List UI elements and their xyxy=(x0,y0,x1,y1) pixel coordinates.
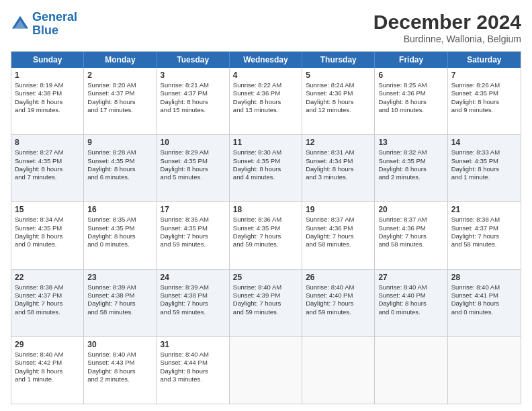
cell-line: Daylight: 8 hours xyxy=(378,98,443,106)
day-cell-16: 16Sunrise: 8:35 AMSunset: 4:35 PMDayligh… xyxy=(84,202,157,269)
cell-line: and 58 minutes. xyxy=(87,308,152,316)
day-number: 3 xyxy=(161,71,226,80)
cell-line: Sunset: 4:36 PM xyxy=(306,89,371,97)
day-number: 31 xyxy=(161,340,226,349)
cell-line: Daylight: 8 hours xyxy=(161,98,226,106)
cell-line: Sunrise: 8:22 AM xyxy=(233,81,298,89)
cell-line: and 59 minutes. xyxy=(233,240,298,248)
day-number: 16 xyxy=(87,205,152,214)
cell-line: and 3 minutes. xyxy=(306,173,371,181)
cell-line: and 0 minutes. xyxy=(87,240,152,248)
header-day-thursday: Thursday xyxy=(302,52,375,68)
cell-line: Daylight: 8 hours xyxy=(233,98,298,106)
day-cell-12: 12Sunrise: 8:31 AMSunset: 4:34 PMDayligh… xyxy=(302,135,375,201)
subtitle: Burdinne, Wallonia, Belgium xyxy=(373,34,521,44)
cell-line: and 7 minutes. xyxy=(15,173,80,181)
cell-line: Sunrise: 8:20 AM xyxy=(87,81,152,89)
day-cell-21: 21Sunrise: 8:38 AMSunset: 4:37 PMDayligh… xyxy=(448,202,521,269)
day-number: 5 xyxy=(306,71,371,80)
calendar-body: 1Sunrise: 8:19 AMSunset: 4:38 PMDaylight… xyxy=(11,68,521,404)
cell-line: Sunrise: 8:37 AM xyxy=(306,216,371,224)
calendar: SundayMondayTuesdayWednesdayThursdayFrid… xyxy=(11,51,521,404)
cell-line: Daylight: 7 hours xyxy=(233,232,298,240)
day-number: 18 xyxy=(233,205,298,214)
cell-line: Daylight: 7 hours xyxy=(161,300,226,308)
cell-line: Sunset: 4:40 PM xyxy=(378,291,443,300)
cell-line: Sunrise: 8:27 AM xyxy=(15,148,80,156)
day-cell-26: 26Sunrise: 8:40 AMSunset: 4:40 PMDayligh… xyxy=(302,270,375,336)
cell-line: and 3 minutes. xyxy=(161,375,226,383)
cell-line: Sunrise: 8:40 AM xyxy=(87,351,152,359)
cell-line: Sunrise: 8:40 AM xyxy=(451,283,517,291)
cell-line: and 59 minutes. xyxy=(233,308,298,316)
cell-line: Daylight: 8 hours xyxy=(233,165,298,173)
cell-line: Daylight: 7 hours xyxy=(306,232,371,240)
day-number: 27 xyxy=(378,273,443,282)
day-number: 25 xyxy=(233,273,298,282)
day-cell-23: 23Sunrise: 8:39 AMSunset: 4:38 PMDayligh… xyxy=(84,270,157,336)
header: General Blue December 2024 Burdinne, Wal… xyxy=(11,11,521,44)
header-day-monday: Monday xyxy=(84,52,157,68)
cell-line: Sunset: 4:44 PM xyxy=(161,359,226,367)
day-cell-22: 22Sunrise: 8:38 AMSunset: 4:37 PMDayligh… xyxy=(11,270,84,336)
cell-line: Sunrise: 8:24 AM xyxy=(306,81,371,89)
day-number: 24 xyxy=(161,273,226,282)
cell-line: Sunset: 4:35 PM xyxy=(233,157,298,165)
calendar-row-2: 15Sunrise: 8:34 AMSunset: 4:35 PMDayligh… xyxy=(11,201,521,269)
day-cell-31: 31Sunrise: 8:40 AMSunset: 4:44 PMDayligh… xyxy=(157,337,230,404)
day-number: 8 xyxy=(15,138,80,147)
header-day-tuesday: Tuesday xyxy=(157,52,230,68)
day-number: 23 xyxy=(87,273,152,282)
cell-line: Sunset: 4:36 PM xyxy=(378,224,443,232)
calendar-row-4: 29Sunrise: 8:40 AMSunset: 4:42 PMDayligh… xyxy=(11,336,521,404)
cell-line: and 4 minutes. xyxy=(233,173,298,181)
empty-cell-4-4 xyxy=(302,337,375,404)
cell-line: and 5 minutes. xyxy=(161,173,226,181)
day-cell-18: 18Sunrise: 8:36 AMSunset: 4:35 PMDayligh… xyxy=(230,202,302,269)
cell-line: and 0 minutes. xyxy=(451,308,517,316)
calendar-row-1: 8Sunrise: 8:27 AMSunset: 4:35 PMDaylight… xyxy=(11,134,521,201)
cell-line: Sunset: 4:35 PM xyxy=(87,224,152,232)
cell-line: Sunset: 4:40 PM xyxy=(306,291,371,300)
cell-line: Daylight: 8 hours xyxy=(87,165,152,173)
day-number: 12 xyxy=(306,138,371,147)
cell-line: and 0 minutes. xyxy=(15,240,80,248)
cell-line: Daylight: 7 hours xyxy=(15,300,80,308)
cell-line: Sunset: 4:43 PM xyxy=(87,359,152,367)
cell-line: and 2 minutes. xyxy=(378,173,443,181)
day-cell-24: 24Sunrise: 8:39 AMSunset: 4:38 PMDayligh… xyxy=(157,270,230,336)
cell-line: Sunset: 4:35 PM xyxy=(378,157,443,165)
cell-line: Sunset: 4:35 PM xyxy=(451,157,517,165)
cell-line: Daylight: 7 hours xyxy=(378,232,443,240)
cell-line: and 1 minute. xyxy=(451,173,517,181)
cell-line: Sunrise: 8:36 AM xyxy=(233,216,298,224)
cell-line: Sunrise: 8:32 AM xyxy=(378,148,443,156)
cell-line: and 58 minutes. xyxy=(451,240,517,248)
cell-line: Sunset: 4:36 PM xyxy=(306,224,371,232)
day-cell-5: 5Sunrise: 8:24 AMSunset: 4:36 PMDaylight… xyxy=(302,68,375,134)
day-number: 15 xyxy=(15,205,80,214)
cell-line: Daylight: 8 hours xyxy=(378,300,443,308)
cell-line: Daylight: 7 hours xyxy=(87,300,152,308)
cell-line: Daylight: 8 hours xyxy=(306,98,371,106)
day-cell-9: 9Sunrise: 8:28 AMSunset: 4:35 PMDaylight… xyxy=(84,135,157,201)
calendar-header: SundayMondayTuesdayWednesdayThursdayFrid… xyxy=(11,52,521,68)
day-cell-17: 17Sunrise: 8:35 AMSunset: 4:35 PMDayligh… xyxy=(157,202,230,269)
day-cell-10: 10Sunrise: 8:29 AMSunset: 4:35 PMDayligh… xyxy=(157,135,230,201)
cell-line: and 58 minutes. xyxy=(306,240,371,248)
day-cell-13: 13Sunrise: 8:32 AMSunset: 4:35 PMDayligh… xyxy=(375,135,447,201)
cell-line: Sunrise: 8:40 AM xyxy=(161,351,226,359)
cell-line: and 1 minute. xyxy=(15,375,80,383)
cell-line: Sunrise: 8:39 AM xyxy=(87,283,152,291)
header-day-wednesday: Wednesday xyxy=(230,52,302,68)
day-cell-7: 7Sunrise: 8:26 AMSunset: 4:35 PMDaylight… xyxy=(448,68,521,134)
day-number: 22 xyxy=(15,273,80,282)
cell-line: Daylight: 8 hours xyxy=(451,165,517,173)
cell-line: Daylight: 8 hours xyxy=(87,232,152,240)
cell-line: and 17 minutes. xyxy=(87,106,152,114)
logo-line2: Blue xyxy=(32,24,58,37)
cell-line: Sunrise: 8:25 AM xyxy=(378,81,443,89)
cell-line: and 6 minutes. xyxy=(87,173,152,181)
day-cell-28: 28Sunrise: 8:40 AMSunset: 4:41 PMDayligh… xyxy=(448,270,521,336)
day-number: 17 xyxy=(161,205,226,214)
